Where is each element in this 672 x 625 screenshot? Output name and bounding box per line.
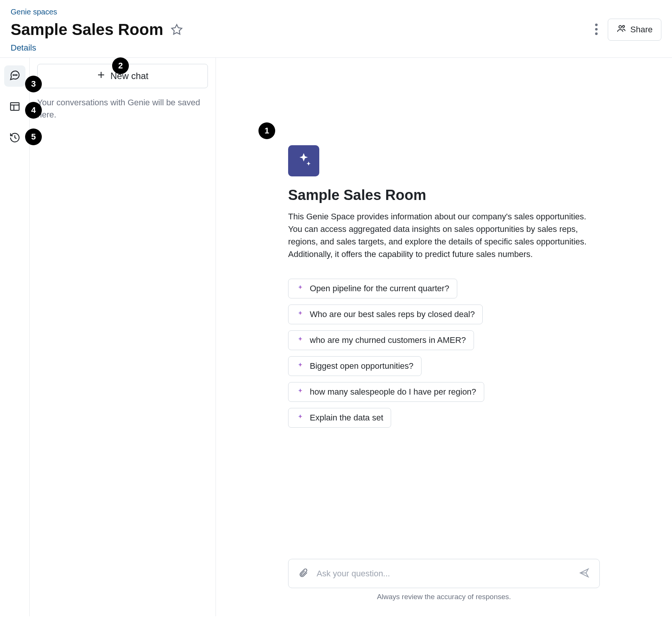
svg-point-4 xyxy=(619,25,622,28)
page-title: Sample Sales Room xyxy=(11,21,163,39)
share-label: Share xyxy=(630,25,653,35)
svg-marker-0 xyxy=(172,25,182,34)
rail-chat-tab[interactable] xyxy=(4,65,25,87)
callout-3: 3 xyxy=(25,76,42,92)
callout-1: 1 xyxy=(258,122,275,139)
chat-input-area: Always review the accuracy of responses. xyxy=(288,559,600,601)
chat-bubble-icon xyxy=(9,70,21,82)
sparkle-small-icon xyxy=(296,414,304,422)
main-panel: Sample Sales Room This Genie Space provi… xyxy=(216,58,672,616)
sidebar-empty-text: Your conversations with Genie will be sa… xyxy=(37,97,208,121)
room-title: Sample Sales Room xyxy=(288,187,600,203)
suggestion-item[interactable]: Open pipeline for the current quarter? xyxy=(288,279,457,298)
star-outline-icon xyxy=(171,24,183,36)
people-icon xyxy=(617,24,626,36)
sparkle-icon xyxy=(295,152,312,170)
details-link[interactable]: Details xyxy=(11,43,36,53)
suggestion-text: who are my churned customers in AMER? xyxy=(310,335,466,345)
favorite-button[interactable] xyxy=(169,22,184,37)
attach-button[interactable] xyxy=(297,566,310,581)
callout-2: 2 xyxy=(112,57,129,74)
history-icon xyxy=(9,132,21,145)
suggestion-text: Who are our best sales reps by closed de… xyxy=(310,309,475,319)
kebab-icon xyxy=(595,30,598,36)
sparkle-small-icon xyxy=(296,310,304,319)
suggestion-item[interactable]: Biggest open opportunities? xyxy=(288,356,422,376)
sparkle-small-icon xyxy=(296,362,304,370)
callout-5: 5 xyxy=(25,128,42,145)
sparkle-small-icon xyxy=(296,388,304,396)
suggestion-text: Explain the data set xyxy=(310,413,383,423)
suggestion-text: how many salespeople do I have per regio… xyxy=(310,387,476,397)
more-options-button[interactable] xyxy=(592,21,601,39)
svg-point-1 xyxy=(595,24,598,26)
svg-point-3 xyxy=(595,32,598,35)
plus-icon xyxy=(97,70,106,82)
table-icon xyxy=(9,101,21,114)
chat-sidebar: New chat Your conversations with Genie w… xyxy=(30,58,216,616)
room-description: This Genie Space provides information ab… xyxy=(288,210,600,260)
suggestion-item[interactable]: who are my churned customers in AMER? xyxy=(288,330,474,350)
share-button[interactable]: Share xyxy=(608,19,661,41)
chat-input[interactable] xyxy=(317,569,571,579)
suggestion-item[interactable]: Explain the data set xyxy=(288,408,391,428)
suggestion-item[interactable]: Who are our best sales reps by closed de… xyxy=(288,305,483,324)
paperclip-icon xyxy=(298,573,308,579)
rail-history-tab[interactable] xyxy=(4,128,25,149)
breadcrumb-genie-spaces[interactable]: Genie spaces xyxy=(11,8,661,16)
send-icon xyxy=(579,574,590,579)
suggestion-text: Biggest open opportunities? xyxy=(310,361,414,371)
svg-point-5 xyxy=(623,25,624,27)
sparkle-small-icon xyxy=(296,284,304,293)
svg-point-7 xyxy=(14,75,15,75)
genie-badge xyxy=(288,145,319,176)
suggestion-text: Open pipeline for the current quarter? xyxy=(310,284,449,293)
left-rail xyxy=(0,58,30,616)
disclaimer-text: Always review the accuracy of responses. xyxy=(288,593,600,601)
suggestion-list: Open pipeline for the current quarter? W… xyxy=(288,279,600,428)
svg-point-8 xyxy=(16,75,17,75)
header: Genie spaces Sample Sales Room xyxy=(0,0,672,58)
svg-rect-9 xyxy=(10,103,19,110)
rail-data-tab[interactable] xyxy=(4,97,25,118)
svg-point-6 xyxy=(13,75,14,75)
send-button[interactable] xyxy=(577,566,591,581)
suggestion-item[interactable]: how many salespeople do I have per regio… xyxy=(288,382,484,402)
sparkle-small-icon xyxy=(296,336,304,344)
svg-point-2 xyxy=(595,28,598,30)
callout-4: 4 xyxy=(25,102,42,119)
